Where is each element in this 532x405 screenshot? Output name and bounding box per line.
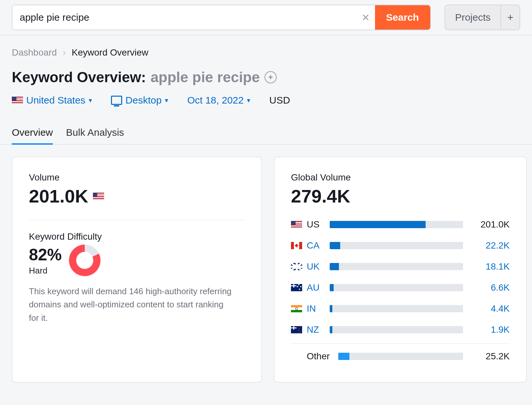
us-flag-icon xyxy=(93,193,104,200)
plus-icon: + xyxy=(268,73,273,82)
country-code: US xyxy=(307,219,325,230)
add-keyword-button[interactable]: + xyxy=(264,71,277,83)
difficulty-row: 82% Hard xyxy=(29,245,245,276)
clear-search-button[interactable]: ✕ xyxy=(357,5,375,30)
difficulty-text-col: 82% Hard xyxy=(29,245,62,276)
country-code: IN xyxy=(307,303,325,314)
bar-fill xyxy=(330,284,334,291)
tab-bulk-analysis[interactable]: Bulk Analysis xyxy=(66,127,124,145)
in-flag-icon xyxy=(291,305,302,312)
country-filter[interactable]: United States ▾ xyxy=(12,95,92,106)
volume-bar xyxy=(330,263,463,270)
filters-row: United States ▾ Desktop ▾ Oct 18, 2022 ▾… xyxy=(12,95,520,106)
breadcrumb-current: Keyword Overview xyxy=(72,47,148,58)
donut-chart-icon xyxy=(69,245,100,276)
projects-group: Projects + xyxy=(445,5,520,30)
chevron-right-icon: › xyxy=(63,47,66,58)
au-flag-icon xyxy=(291,284,302,291)
volume-bar xyxy=(330,284,463,291)
global-volume-list: US201.0KCA22.2KUK18.1KAU6.6KIN4.4KNZ1.9K xyxy=(291,214,510,340)
global-other-code: Other xyxy=(307,351,334,362)
page-title-keyword: apple pie recipe xyxy=(150,69,260,85)
us-flag-icon xyxy=(291,221,302,228)
date-filter-label: Oct 18, 2022 xyxy=(187,95,244,106)
card-divider xyxy=(29,220,245,220)
device-filter-label: Desktop xyxy=(125,95,162,106)
country-volume: 201.0K xyxy=(468,219,510,230)
volume-value: 201.0K xyxy=(29,185,88,207)
close-icon: ✕ xyxy=(362,12,370,23)
page-title-prefix: Keyword Overview: xyxy=(12,69,146,85)
bar-fill xyxy=(338,353,349,360)
country-volume: 6.6K xyxy=(468,282,510,293)
bar-fill xyxy=(330,305,332,312)
bar-fill xyxy=(330,221,426,228)
global-volume-label: Global Volume xyxy=(291,172,510,183)
nz-flag-icon xyxy=(291,326,302,333)
volume-card: Volume 201.0K Keyword Difficulty 82% Har… xyxy=(12,156,262,383)
header-area: Dashboard › Keyword Overview Keyword Ove… xyxy=(0,36,532,110)
global-volume-row-ca[interactable]: CA22.2K xyxy=(291,235,510,256)
volume-bar xyxy=(330,242,463,249)
search-button[interactable]: Search xyxy=(375,5,430,30)
difficulty-explain: This keyword will demand 146 high-author… xyxy=(29,285,233,324)
global-volume-card: Global Volume 279.4K US201.0KCA22.2KUK18… xyxy=(274,156,527,383)
us-flag-icon xyxy=(12,97,23,104)
country-code: AU xyxy=(307,282,325,293)
difficulty-percent: 82% xyxy=(29,245,62,264)
global-volume-row-other: Other 25.2K xyxy=(291,346,510,367)
chevron-down-icon: ▾ xyxy=(89,96,92,104)
topbar: ✕ Search Projects + xyxy=(0,0,532,35)
global-volume-row-us[interactable]: US201.0K xyxy=(291,214,510,235)
volume-value-row: 201.0K xyxy=(29,185,245,207)
volume-bar xyxy=(330,221,463,228)
projects-button[interactable]: Projects xyxy=(445,5,500,30)
country-volume: 22.2K xyxy=(468,240,510,251)
add-project-button[interactable]: + xyxy=(500,5,520,30)
country-code: NZ xyxy=(307,324,325,335)
country-volume: 4.4K xyxy=(468,303,510,314)
currency-label: USD xyxy=(269,95,290,106)
bar-fill xyxy=(330,326,332,333)
country-code: UK xyxy=(307,261,325,272)
difficulty-rating: Hard xyxy=(29,266,62,276)
global-volume-row-nz[interactable]: NZ1.9K xyxy=(291,319,510,340)
global-volume-row-au[interactable]: AU6.6K xyxy=(291,277,510,298)
bar-fill xyxy=(330,242,340,249)
global-list-divider xyxy=(291,344,510,344)
search-input[interactable] xyxy=(12,5,357,30)
cards-row: Volume 201.0K Keyword Difficulty 82% Har… xyxy=(0,145,532,394)
chevron-down-icon: ▾ xyxy=(247,96,250,104)
difficulty-donut xyxy=(69,245,100,276)
bar-fill xyxy=(330,263,339,270)
ca-flag-icon xyxy=(291,242,302,249)
desktop-icon xyxy=(111,96,122,105)
global-volume-row-uk[interactable]: UK18.1K xyxy=(291,256,510,277)
volume-bar xyxy=(330,305,463,312)
page-title: Keyword Overview: apple pie recipe + xyxy=(12,69,520,85)
difficulty-label: Keyword Difficulty xyxy=(29,231,245,242)
global-volume-row-in[interactable]: IN4.4K xyxy=(291,298,510,319)
plus-icon: + xyxy=(507,12,514,24)
global-other-bar xyxy=(338,353,463,360)
global-other-value: 25.2K xyxy=(468,351,510,362)
global-volume-value: 279.4K xyxy=(291,185,350,207)
country-code: CA xyxy=(307,240,325,251)
volume-bar xyxy=(330,326,463,333)
volume-label: Volume xyxy=(29,172,245,183)
tab-overview[interactable]: Overview xyxy=(12,127,53,145)
chevron-down-icon: ▾ xyxy=(165,96,168,104)
country-volume: 1.9K xyxy=(468,324,510,335)
device-filter[interactable]: Desktop ▾ xyxy=(111,95,168,106)
tabs: Overview Bulk Analysis xyxy=(0,127,532,145)
search-group: ✕ Search xyxy=(12,5,431,30)
date-filter[interactable]: Oct 18, 2022 ▾ xyxy=(187,95,250,106)
country-volume: 18.1K xyxy=(468,261,510,272)
global-volume-total: 279.4K xyxy=(291,185,510,207)
breadcrumb: Dashboard › Keyword Overview xyxy=(12,47,520,58)
country-filter-label: United States xyxy=(26,95,85,106)
uk-flag-icon xyxy=(291,263,302,270)
breadcrumb-dashboard[interactable]: Dashboard xyxy=(12,47,57,58)
